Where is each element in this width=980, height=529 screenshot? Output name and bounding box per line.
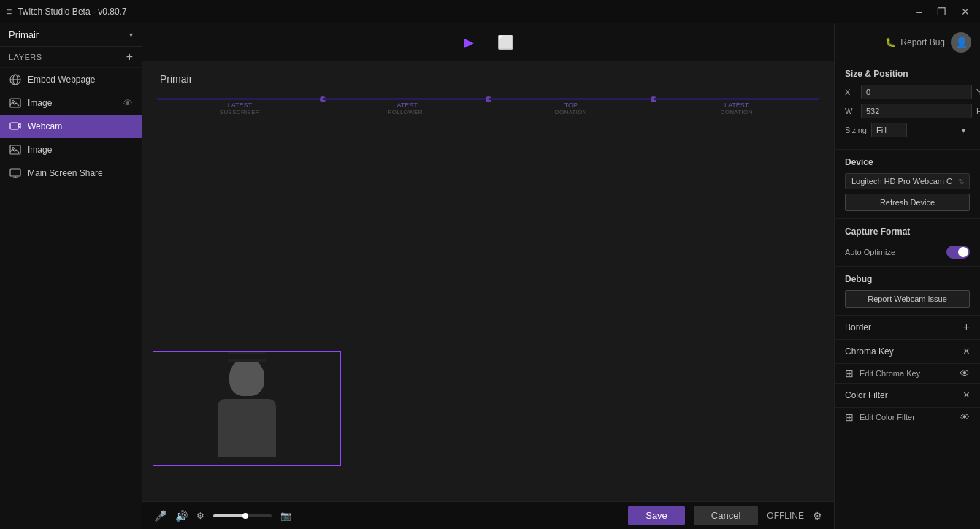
chroma-key-close-icon[interactable]: × xyxy=(963,345,970,358)
w-input[interactable] xyxy=(861,104,972,118)
minimize-button[interactable]: – xyxy=(912,4,927,19)
canvas-toolbar: ▶ ⬜ xyxy=(142,23,834,61)
chevron-down-icon: ▾ xyxy=(129,31,133,39)
volume-icon[interactable]: 🔊 xyxy=(175,510,188,522)
sliders-icon-color: ⊞ xyxy=(845,411,854,423)
size-position-title: Size & Position xyxy=(845,69,970,79)
user-avatar[interactable]: 👤 xyxy=(951,32,971,53)
sizing-select[interactable]: Fill Fit Stretch xyxy=(871,123,907,137)
eye-hidden-icon[interactable]: 👁 xyxy=(123,97,133,109)
layers-header: Layers + xyxy=(0,47,142,68)
layer-item-webcam[interactable]: Webcam xyxy=(0,115,142,138)
layer-item-image2[interactable]: Image xyxy=(0,138,142,161)
edit-color-filter-row: ⊞ Edit Color Filter 👁 xyxy=(835,408,980,427)
offline-status: OFFLINE xyxy=(767,511,804,521)
sliders-icon-chroma: ⊞ xyxy=(845,368,854,379)
eye-icon-chroma[interactable]: 👁 xyxy=(960,368,970,379)
layer-name-embed: Embed Webpage xyxy=(28,75,133,85)
h-label: H xyxy=(976,107,980,115)
eye-icon-color[interactable]: 👁 xyxy=(960,411,970,423)
chroma-key-row[interactable]: Chroma Key × xyxy=(835,340,980,364)
stat-latest-donation: LATEST DONATION xyxy=(654,98,819,115)
report-bug-button[interactable]: 🐛 Report Bug xyxy=(885,37,945,47)
scene-label: Primair xyxy=(160,73,192,85)
layer-name-image1: Image xyxy=(28,98,117,108)
y-label: Y xyxy=(976,88,980,96)
settings-small-icon[interactable]: ⚙ xyxy=(196,511,204,521)
layer-name-webcam: Webcam xyxy=(28,121,133,132)
settings-icon[interactable]: ⚙ xyxy=(813,510,822,522)
volume-fill xyxy=(213,514,245,517)
stat-value-2: LATEST xyxy=(393,102,417,109)
refresh-device-button[interactable]: Refresh Device xyxy=(845,194,970,211)
select-tool-button[interactable]: ▶ xyxy=(458,31,480,53)
stat-top-donation: TOP DONATION xyxy=(489,98,654,115)
app-title: Twitch Studio Beta - v0.80.7 xyxy=(18,7,906,17)
scene-selector[interactable]: Primair ▾ xyxy=(0,23,142,47)
menu-icon[interactable]: ≡ xyxy=(6,6,12,18)
layers-label: Layers xyxy=(9,53,126,61)
stat-label-3: DONATION xyxy=(555,109,587,115)
edit-chroma-key-label[interactable]: Edit Chroma Key xyxy=(860,369,954,378)
person-head xyxy=(229,358,264,396)
stat-value-1: LATEST xyxy=(228,102,252,109)
device-title: Device xyxy=(845,157,970,167)
debug-title: Debug xyxy=(845,274,970,284)
sizing-label: Sizing xyxy=(845,126,867,134)
add-layer-button[interactable]: + xyxy=(126,51,133,63)
report-webcam-issue-button[interactable]: Report Webcam Issue xyxy=(845,290,970,308)
stats-bar: LATEST SUBSCRIBER LATEST FOLLOWER TOP DO… xyxy=(157,98,819,123)
auto-optimize-toggle[interactable] xyxy=(946,246,970,259)
capture-format-row: Capture Format xyxy=(845,227,970,243)
stat-value-3: TOP xyxy=(564,102,578,109)
screen-icon xyxy=(9,167,22,180)
color-filter-label: Color Filter xyxy=(845,390,888,400)
canvas-wrapper[interactable]: Primair LATEST SUBSCRIBER LATEST FOLLOWE… xyxy=(142,61,834,501)
person-body xyxy=(218,399,276,457)
svg-rect-8 xyxy=(10,169,20,176)
layer-name-screen: Main Screen Share xyxy=(28,168,133,178)
embed-icon xyxy=(9,73,22,86)
w-label: W xyxy=(845,107,857,115)
hat-brim xyxy=(223,354,267,359)
bug-icon: 🐛 xyxy=(885,37,896,47)
save-button[interactable]: Save xyxy=(628,506,685,525)
main-layout: Primair ▾ Layers + Embed Webpage xyxy=(0,23,980,529)
cancel-button[interactable]: Cancel xyxy=(694,506,758,525)
layer-item-image1[interactable]: Image 👁 xyxy=(0,91,142,115)
sizing-chevron-icon: ▾ xyxy=(962,126,965,134)
person-figure xyxy=(210,358,283,460)
chroma-key-label: Chroma Key xyxy=(845,346,894,357)
layer-item-screen[interactable]: Main Screen Share xyxy=(0,161,142,185)
webcam-small-icon[interactable]: 📷 xyxy=(280,511,291,521)
close-button[interactable]: ✕ xyxy=(957,4,974,19)
crop-tool-button[interactable]: ⬜ xyxy=(491,31,519,53)
color-filter-row[interactable]: Color Filter × xyxy=(835,384,980,408)
stat-latest-subscriber: LATEST SUBSCRIBER xyxy=(157,98,323,115)
stat-label-2: FOLLOWER xyxy=(388,109,422,115)
scene-name: Primair xyxy=(9,29,129,40)
restore-button[interactable]: ❐ xyxy=(933,4,951,19)
border-row[interactable]: Border + xyxy=(835,316,980,340)
image-icon-1 xyxy=(9,96,22,110)
canvas-area: ▶ ⬜ Primair LATEST SUBSCRIBER LATEST FOL… xyxy=(142,23,834,529)
border-add-icon[interactable]: + xyxy=(963,321,970,334)
edit-chroma-key-row: ⊞ Edit Chroma Key 👁 xyxy=(835,364,980,384)
webcam-content xyxy=(153,352,340,465)
volume-knob[interactable] xyxy=(242,513,248,519)
color-filter-close-icon[interactable]: × xyxy=(963,389,970,402)
device-select[interactable]: Logitech HD Pro Webcam C920 xyxy=(845,173,970,189)
device-select-wrap: Logitech HD Pro Webcam C920 ⇅ xyxy=(845,173,970,189)
svg-rect-5 xyxy=(10,123,18,129)
capture-format-title: Capture Format xyxy=(845,227,910,237)
microphone-icon[interactable]: 🎤 xyxy=(154,510,166,522)
volume-slider[interactable] xyxy=(213,514,272,517)
layer-item-embed[interactable]: Embed Webpage xyxy=(0,68,142,91)
bottom-bar: 🎤 🔊 ⚙ 📷 Save Cancel OFFLINE ⚙ xyxy=(142,501,834,529)
webcam-preview[interactable] xyxy=(153,351,341,466)
edit-color-filter-label[interactable]: Edit Color Filter xyxy=(860,413,954,422)
stat-label-1: SUBSCRIBER xyxy=(220,109,260,115)
size-position-section: Size & Position X Y W H 🔒 Sizing Fill xyxy=(835,61,980,150)
x-input[interactable] xyxy=(861,85,972,99)
report-bug-bar: 🐛 Report Bug 👤 xyxy=(835,23,980,61)
